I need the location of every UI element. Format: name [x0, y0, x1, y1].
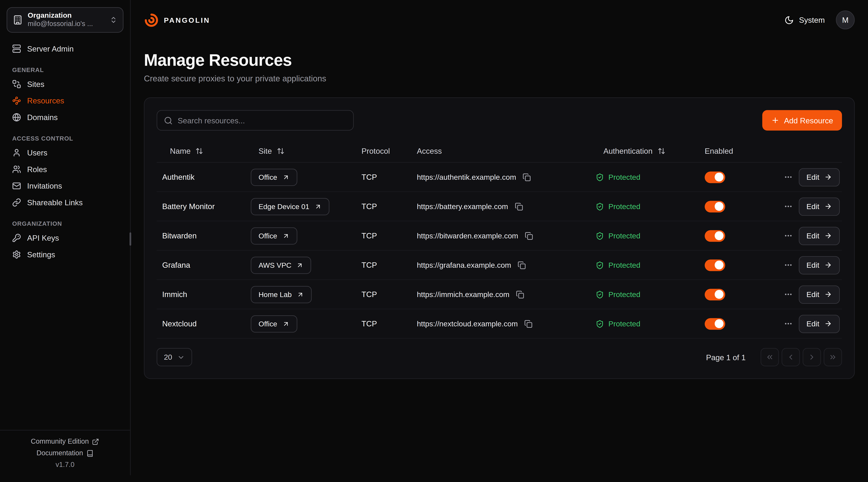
enabled-toggle[interactable] — [705, 318, 725, 329]
chevrons-up-down-icon — [110, 16, 117, 24]
sort-button-site[interactable]: Site — [251, 141, 292, 160]
enabled-toggle[interactable] — [705, 289, 725, 300]
edit-button[interactable]: Edit — [799, 227, 840, 245]
edit-button[interactable]: Edit — [799, 285, 840, 303]
arrow-up-right-icon — [282, 232, 289, 239]
sidebar-item-server-admin[interactable]: Server Admin — [7, 40, 123, 57]
sidebar-item-settings[interactable]: Settings — [7, 246, 123, 263]
arrow-right-icon — [824, 202, 832, 210]
ellipsis-icon — [784, 202, 793, 211]
theme-toggle[interactable]: System — [784, 15, 825, 25]
sidebar-sections: GENERAL Sites Resources Domains ACCESS C… — [7, 57, 123, 263]
theme-label: System — [799, 15, 825, 24]
copy-icon — [524, 320, 533, 328]
edit-button[interactable]: Edit — [799, 168, 840, 186]
sort-button-authentication[interactable]: Authentication — [596, 141, 673, 160]
brand[interactable]: PANGOLIN — [144, 12, 210, 27]
row-menu-button[interactable] — [781, 229, 795, 243]
arrow-up-right-icon — [297, 261, 304, 268]
arrow-right-icon — [824, 320, 832, 328]
sidebar-item-sites[interactable]: Sites — [7, 76, 123, 93]
resource-protocol: TCP — [356, 202, 411, 211]
sidebar-footer: Community Edition Documentation v1.7.0 — [0, 430, 130, 475]
sidebar-item-label: Settings — [27, 250, 55, 259]
sidebar-item-invitations[interactable]: Invitations — [7, 178, 123, 194]
sidebar-item-label: Invitations — [27, 182, 62, 190]
column-label: Access — [417, 146, 442, 155]
edit-button[interactable]: Edit — [799, 197, 840, 216]
footer-link-community-edition[interactable]: Community Edition — [31, 438, 99, 445]
row-menu-button[interactable] — [781, 200, 795, 213]
column-label: Protocol — [362, 146, 390, 155]
copy-url-button[interactable] — [514, 288, 527, 301]
arrow-up-right-icon — [314, 203, 321, 210]
arrow-right-icon — [824, 173, 832, 181]
plus-icon — [771, 116, 780, 125]
page-size-value: 20 — [164, 353, 172, 361]
waypoints-icon — [12, 96, 21, 105]
sidebar-item-api-keys[interactable]: API Keys — [7, 230, 123, 246]
row-menu-button[interactable] — [781, 288, 795, 301]
row-menu-button[interactable] — [781, 258, 795, 272]
site-name: Home Lab — [258, 290, 292, 299]
site-link-button[interactable]: Office — [251, 315, 297, 332]
sort-button-name[interactable]: Name — [162, 141, 211, 160]
sidebar-item-shareable-links[interactable]: Shareable Links — [7, 194, 123, 211]
page-subtitle: Create secure proxies to your private ap… — [144, 73, 855, 83]
sidebar-item-label: Users — [27, 148, 48, 157]
enabled-toggle[interactable] — [705, 200, 725, 212]
resource-protocol: TCP — [356, 261, 411, 269]
footer-link-documentation[interactable]: Documentation — [36, 449, 94, 457]
copy-icon — [523, 173, 531, 181]
sidebar-resize-handle[interactable] — [129, 232, 131, 246]
search-icon — [164, 116, 173, 125]
copy-icon — [516, 290, 524, 299]
column-header-enabled: Enabled — [699, 146, 760, 155]
row-menu-button[interactable] — [781, 317, 795, 330]
resource-name: Nextcloud — [157, 319, 245, 328]
chevrons-left-icon — [766, 353, 774, 361]
site-link-button[interactable]: Office — [251, 227, 297, 244]
edit-button[interactable]: Edit — [799, 315, 840, 333]
next-page-button[interactable] — [803, 348, 821, 366]
sidebar-item-users[interactable]: Users — [7, 144, 123, 161]
previous-page-button[interactable] — [782, 348, 800, 366]
users-icon — [12, 165, 21, 174]
site-link-button[interactable]: Edge Device 01 — [251, 198, 329, 215]
enabled-toggle[interactable] — [705, 259, 725, 271]
add-resource-label: Add Resource — [784, 116, 833, 125]
site-link-button[interactable]: Office — [251, 168, 297, 186]
org-selector[interactable]: Organization milo@fossorial.io's ... — [7, 7, 123, 33]
add-resource-button[interactable]: Add Resource — [763, 110, 842, 131]
moon-icon — [784, 15, 794, 25]
copy-icon — [525, 232, 533, 240]
enabled-toggle[interactable] — [705, 171, 725, 183]
last-page-button[interactable] — [824, 348, 842, 366]
resource-protocol: TCP — [356, 290, 411, 299]
search-input[interactable] — [178, 116, 347, 125]
copy-url-button[interactable] — [516, 259, 528, 271]
sidebar-item-resources[interactable]: Resources — [7, 93, 123, 109]
resource-url: https://authentik.example.com — [417, 173, 516, 181]
sidebar-item-roles[interactable]: Roles — [7, 161, 123, 178]
user-avatar[interactable]: M — [836, 10, 855, 29]
sidebar-section-title: GENERAL — [7, 57, 123, 76]
site-link-button[interactable]: Home Lab — [251, 286, 312, 303]
resource-protocol: TCP — [356, 173, 411, 182]
first-page-button[interactable] — [761, 348, 779, 366]
row-menu-button[interactable] — [781, 170, 795, 184]
copy-url-button[interactable] — [523, 229, 535, 242]
auth-status: Protected — [608, 173, 640, 181]
edit-button[interactable]: Edit — [799, 256, 840, 274]
copy-url-button[interactable] — [513, 200, 525, 213]
copy-url-button[interactable] — [521, 171, 533, 183]
site-link-button[interactable]: AWS VPC — [251, 256, 311, 274]
enabled-toggle[interactable] — [705, 230, 725, 242]
table-row: Grafana AWS VPC TCP https://grafana.exam… — [157, 251, 842, 280]
ellipsis-icon — [784, 261, 793, 269]
arrow-up-right-icon — [282, 320, 289, 327]
copy-url-button[interactable] — [522, 317, 535, 330]
page-size-select[interactable]: 20 — [157, 348, 192, 366]
edit-label: Edit — [806, 290, 819, 299]
sidebar-item-domains[interactable]: Domains — [7, 109, 123, 126]
